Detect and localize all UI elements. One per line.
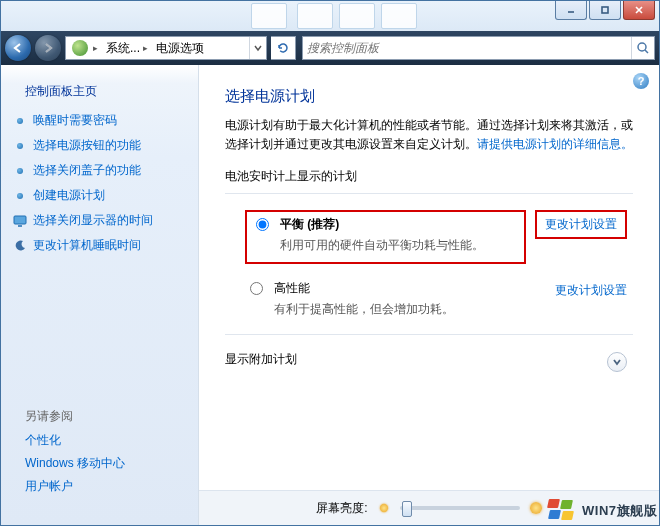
svg-rect-6	[14, 216, 26, 224]
section-extra-label: 显示附加计划	[225, 351, 297, 368]
content: 选择电源计划 电源计划有助于最大化计算机的性能或者节能。通过选择计划来将其激活，…	[199, 65, 659, 378]
bullet-icon	[17, 193, 23, 199]
search-icon	[636, 41, 650, 55]
nav-bar: ▸ 系统...▸ 电源选项	[1, 31, 659, 65]
search-input[interactable]	[303, 41, 631, 55]
moon-icon	[13, 239, 27, 253]
plan-balanced-settings-link[interactable]: 更改计划设置	[545, 217, 617, 231]
sun-dim-icon	[379, 504, 387, 512]
sidebar-item-power-button[interactable]: 选择电源按钮的功能	[1, 133, 198, 158]
plan-balanced: 平衡 (推荐) 利用可用的硬件自动平衡功耗与性能。 更改计划设置	[225, 204, 633, 274]
maximize-button[interactable]	[589, 1, 621, 20]
watermark: WIN7旗舰版	[548, 499, 657, 523]
address-dropdown[interactable]	[249, 37, 266, 59]
search-button[interactable]	[631, 37, 654, 59]
plan-highperf-sub: 有利于提高性能，但会增加功耗。	[274, 301, 454, 318]
divider	[225, 193, 633, 194]
sidebar-item-create-plan[interactable]: 创建电源计划	[1, 183, 198, 208]
refresh-icon	[276, 41, 290, 55]
sidebar-item-display-off[interactable]: 选择关闭显示器的时间	[1, 208, 198, 233]
description-link[interactable]: 请提供电源计划的详细信息。	[477, 137, 633, 151]
help-button[interactable]: ?	[633, 73, 649, 89]
see-also-personalize[interactable]: 个性化	[1, 429, 198, 452]
chevron-right-icon: ▸	[93, 43, 98, 53]
breadcrumb-power[interactable]: 电源选项	[152, 37, 208, 59]
bullet-icon	[17, 118, 23, 124]
sidebar-item-wake-password[interactable]: 唤醒时需要密码	[1, 108, 198, 133]
titlebar-artifact	[1, 1, 659, 31]
minimize-button[interactable]	[555, 1, 587, 20]
window-root: ▸ 系统...▸ 电源选项 控制面板主页 唤醒时需要密码 选择电源按钮的功能 选…	[0, 0, 660, 526]
artifact-tile	[251, 3, 287, 29]
chevron-right-icon: ▸	[143, 43, 148, 53]
address-bar[interactable]: ▸ 系统...▸ 电源选项	[65, 36, 267, 60]
svg-line-5	[645, 50, 648, 53]
plan-balanced-name: 平衡 (推荐)	[280, 216, 484, 233]
divider	[225, 334, 633, 335]
close-button[interactable]	[623, 1, 655, 20]
control-panel-icon	[72, 40, 88, 56]
slider-thumb[interactable]	[402, 501, 412, 517]
artifact-tile	[381, 3, 417, 29]
artifact-tile	[339, 3, 375, 29]
body-split: 控制面板主页 唤醒时需要密码 选择电源按钮的功能 选择关闭盖子的功能 创建电源计…	[1, 65, 659, 525]
sidebar: 控制面板主页 唤醒时需要密码 选择电源按钮的功能 选择关闭盖子的功能 创建电源计…	[1, 65, 199, 525]
see-also-mobility[interactable]: Windows 移动中心	[1, 452, 198, 475]
sidebar-item-sleep-time[interactable]: 更改计算机睡眠时间	[1, 233, 198, 258]
section-battery-label: 电池安时计上显示的计划	[225, 168, 633, 185]
back-button[interactable]	[5, 35, 31, 61]
plan-highperf-radio[interactable]	[250, 282, 263, 295]
brightness-label: 屏幕亮度:	[316, 500, 367, 517]
plan-highperf-name: 高性能	[274, 280, 454, 297]
window-controls	[553, 1, 655, 20]
plan-balanced-sub: 利用可用的硬件自动平衡功耗与性能。	[280, 237, 484, 254]
plan-highperf: 高性能 有利于提高性能，但会增加功耗。 更改计划设置	[225, 274, 633, 328]
watermark-text: WIN7旗舰版	[582, 502, 657, 520]
sidebar-item-lid-close[interactable]: 选择关闭盖子的功能	[1, 158, 198, 183]
plan-highperf-settings-link[interactable]: 更改计划设置	[555, 282, 627, 299]
search-box[interactable]	[302, 36, 655, 60]
expand-extra-button[interactable]	[607, 352, 627, 372]
svg-rect-1	[602, 7, 608, 13]
bullet-icon	[17, 143, 23, 149]
artifact-tile	[297, 3, 333, 29]
main-pane: ? 选择电源计划 电源计划有助于最大化计算机的性能或者节能。通过选择计划来将其激…	[199, 65, 659, 525]
forward-button[interactable]	[35, 35, 61, 61]
see-also-accounts[interactable]: 用户帐户	[1, 475, 198, 498]
svg-point-4	[638, 43, 646, 51]
refresh-button[interactable]	[271, 36, 296, 60]
see-also-heading: 另请参阅	[1, 408, 198, 429]
plan-balanced-radio[interactable]	[256, 218, 269, 231]
brightness-slider[interactable]	[400, 506, 520, 510]
page-description: 电源计划有助于最大化计算机的性能或者节能。通过选择计划来将其激活，或选择计划并通…	[225, 116, 633, 154]
page-title: 选择电源计划	[225, 87, 633, 106]
sidebar-heading[interactable]: 控制面板主页	[1, 79, 198, 108]
sun-bright-icon	[530, 502, 542, 514]
bullet-icon	[17, 168, 23, 174]
windows-flag-icon	[548, 499, 576, 523]
breadcrumb-system[interactable]: 系统...▸	[102, 37, 152, 59]
display-icon	[13, 214, 27, 228]
